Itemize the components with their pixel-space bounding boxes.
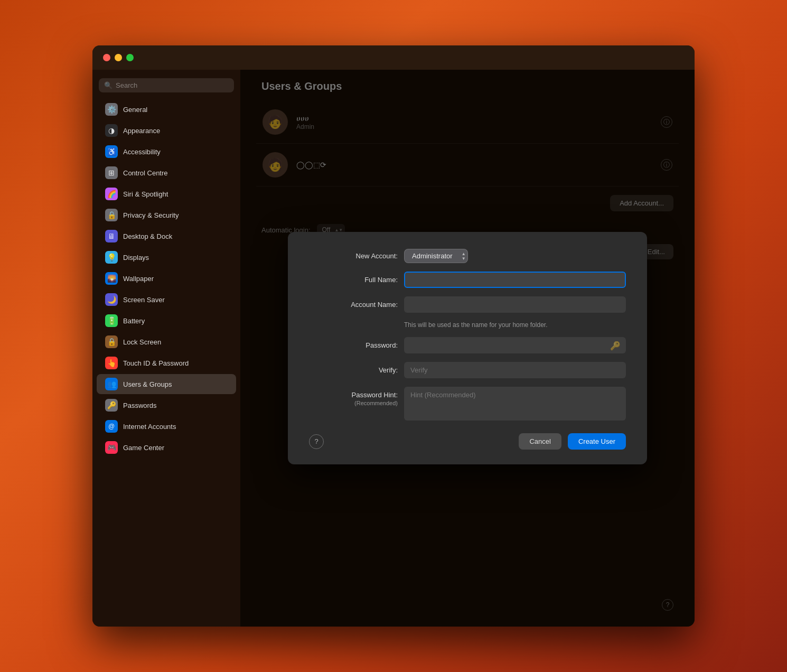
siri-icon: 🌈	[105, 188, 118, 200]
appearance-icon: ◑	[105, 124, 118, 137]
create-user-button[interactable]: Create User	[568, 433, 626, 450]
sidebar-item-game-center[interactable]: 🎮 Game Center	[97, 437, 236, 458]
control-centre-icon: ⊞	[105, 166, 118, 179]
sidebar-item-battery[interactable]: 🔋 Battery	[97, 311, 236, 331]
password-input[interactable]	[404, 337, 626, 353]
accessibility-icon: ♿	[105, 145, 118, 158]
sidebar-item-internet-accounts[interactable]: @ Internet Accounts	[97, 416, 236, 436]
sidebar-item-general[interactable]: ⚙️ General	[97, 99, 236, 119]
verify-row: Verify:	[309, 362, 626, 378]
sidebar-item-siri[interactable]: 🌈 Siri & Spotlight	[97, 184, 236, 204]
sidebar-item-touch-id[interactable]: 👆 Touch ID & Password	[97, 353, 236, 373]
sidebar-label-control-centre: Control Centre	[123, 169, 168, 177]
sidebar-label-desktop: Desktop & Dock	[123, 232, 172, 240]
sidebar: 🔍 Search ⚙️ General ◑ Appearance ♿ Acces…	[92, 70, 240, 627]
search-bar[interactable]: 🔍 Search	[99, 78, 234, 92]
internet-accounts-icon: @	[105, 420, 118, 433]
account-type-stepper-icon: ▲ ▼	[462, 251, 466, 260]
account-name-row: Account Name:	[309, 296, 626, 313]
password-label: Password:	[309, 341, 404, 349]
sidebar-item-users-groups[interactable]: 👥 Users & Groups	[97, 374, 236, 394]
title-bar	[92, 45, 695, 70]
search-placeholder: Search	[116, 81, 137, 89]
sidebar-item-privacy[interactable]: 🔒 Privacy & Security	[97, 205, 236, 225]
account-name-input[interactable]	[404, 296, 626, 313]
account-name-label: Account Name:	[309, 301, 404, 309]
screen-saver-icon: 🌙	[105, 293, 118, 306]
key-icon: 🔑	[610, 340, 621, 350]
modal-footer: ? Cancel Create User	[309, 433, 626, 450]
sidebar-item-wallpaper[interactable]: 🌄 Wallpaper	[97, 268, 236, 288]
password-row: Password: 🔑	[309, 337, 626, 353]
lock-screen-icon: 🔒	[105, 335, 118, 348]
displays-icon: 💡	[105, 251, 118, 264]
account-name-hint: This will be used as the name for your h…	[404, 321, 626, 329]
sidebar-label-siri: Siri & Spotlight	[123, 190, 168, 198]
password-input-wrapper: 🔑	[404, 337, 626, 353]
sidebar-item-desktop[interactable]: 🖥 Desktop & Dock	[97, 226, 236, 246]
sidebar-item-screen-saver[interactable]: 🌙 Screen Saver	[97, 290, 236, 310]
battery-icon: 🔋	[105, 314, 118, 327]
sidebar-label-appearance: Appearance	[123, 127, 160, 135]
sidebar-item-displays[interactable]: 💡 Displays	[97, 247, 236, 267]
sidebar-label-lock-screen: Lock Screen	[123, 338, 161, 346]
sidebar-label-touch-id: Touch ID & Password	[123, 359, 189, 367]
verify-label: Verify:	[309, 366, 404, 374]
main-content: Users & Groups 🧑 ሀሀሀ Admin ⓘ 🧑 ◯◯⬚⟳	[240, 70, 695, 627]
sidebar-label-displays: Displays	[123, 254, 149, 262]
verify-input[interactable]	[404, 362, 626, 378]
modal-overlay: New Account: Administrator ▲ ▼	[240, 70, 695, 627]
sidebar-item-lock-screen[interactable]: 🔒 Lock Screen	[97, 332, 236, 352]
minimize-button[interactable]	[115, 54, 122, 61]
full-name-row: Full Name:	[309, 272, 626, 288]
account-type-wrapper: Administrator ▲ ▼	[404, 249, 468, 263]
users-groups-icon: 👥	[105, 378, 118, 390]
sidebar-label-internet-accounts: Internet Accounts	[123, 423, 176, 431]
general-icon: ⚙️	[105, 103, 118, 116]
sidebar-label-accessibility: Accessibility	[123, 148, 161, 156]
search-icon: 🔍	[104, 81, 113, 89]
add-account-modal: New Account: Administrator ▲ ▼	[288, 232, 647, 464]
new-account-row: New Account: Administrator ▲ ▼	[309, 249, 626, 263]
privacy-icon: 🔒	[105, 209, 118, 221]
desktop-icon: 🖥	[105, 230, 118, 242]
window-content: 🔍 Search ⚙️ General ◑ Appearance ♿ Acces…	[92, 70, 695, 627]
traffic-lights	[103, 54, 134, 61]
sidebar-label-general: General	[123, 106, 147, 114]
new-account-label: New Account:	[309, 252, 404, 260]
sidebar-item-accessibility[interactable]: ♿ Accessibility	[97, 142, 236, 162]
account-type-value: Administrator	[412, 252, 453, 260]
sidebar-label-screen-saver: Screen Saver	[123, 296, 165, 304]
sidebar-label-game-center: Game Center	[123, 444, 164, 452]
sidebar-item-appearance[interactable]: ◑ Appearance	[97, 120, 236, 141]
modal-help-button[interactable]: ?	[309, 434, 324, 449]
main-window: 🔍 Search ⚙️ General ◑ Appearance ♿ Acces…	[92, 45, 695, 627]
sidebar-label-wallpaper: Wallpaper	[123, 275, 154, 283]
sidebar-item-passwords[interactable]: 🔑 Passwords	[97, 395, 236, 415]
passwords-icon: 🔑	[105, 399, 118, 412]
cancel-button[interactable]: Cancel	[519, 433, 561, 450]
sidebar-item-control-centre[interactable]: ⊞ Control Centre	[97, 163, 236, 183]
sidebar-label-privacy: Privacy & Security	[123, 211, 179, 219]
sidebar-label-passwords: Passwords	[123, 402, 157, 409]
sidebar-label-battery: Battery	[123, 317, 145, 325]
touch-id-icon: 👆	[105, 357, 118, 369]
password-hint-label: Password Hint: (Recommended)	[309, 387, 404, 407]
game-center-icon: 🎮	[105, 441, 118, 454]
footer-buttons: Cancel Create User	[519, 433, 626, 450]
full-name-input[interactable]	[404, 272, 626, 288]
maximize-button[interactable]	[126, 54, 134, 61]
wallpaper-icon: 🌄	[105, 272, 118, 285]
sidebar-label-users-groups: Users & Groups	[123, 380, 172, 388]
account-type-button[interactable]: Administrator	[404, 249, 468, 263]
password-hint-textarea[interactable]	[404, 387, 626, 421]
close-button[interactable]	[103, 54, 110, 61]
full-name-label: Full Name:	[309, 276, 404, 284]
password-hint-row: Password Hint: (Recommended)	[309, 387, 626, 421]
